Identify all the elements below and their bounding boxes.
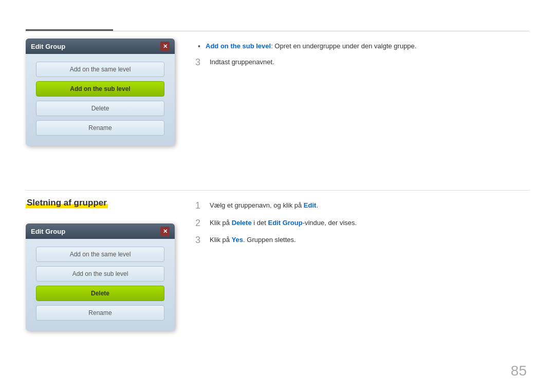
step3-top: 3 Indtast gruppenavnet. xyxy=(195,57,529,68)
dialog-body-top: Add on the same level Add on the sub lev… xyxy=(26,54,175,146)
bullet-symbol-top: • xyxy=(198,41,206,52)
delete-btn-bottom[interactable]: Delete xyxy=(36,286,164,301)
add-sub-level-btn-bottom[interactable]: Add on the sub level xyxy=(36,266,164,282)
add-same-level-btn-top[interactable]: Add on the same level xyxy=(36,62,164,77)
page-number: 85 xyxy=(511,363,527,379)
dialog-title-top: Edit Group xyxy=(31,43,65,50)
dialog-close-button-bottom[interactable]: ✕ xyxy=(160,227,170,236)
step2-text: Klik på Delete i det Edit Group-vindue, … xyxy=(210,218,357,228)
step3-post-bottom: . Gruppen slettes. xyxy=(243,236,296,244)
bullet-item-top: • Add on the sub level: Opret en undergr… xyxy=(195,41,529,52)
bottom-left: Sletning af grupper Edit Group ✕ Add on … xyxy=(26,198,175,331)
step2-number: 2 xyxy=(195,218,210,229)
dialog-close-button-top[interactable]: ✕ xyxy=(160,42,170,51)
step3-number-bottom: 3 xyxy=(195,235,210,246)
step3-number-top: 3 xyxy=(195,57,210,68)
step2-pre: Klik på xyxy=(210,219,232,227)
dialog-title-bottom: Edit Group xyxy=(31,228,65,235)
step3-link-bottom: Yes xyxy=(232,236,243,244)
top-divider-line xyxy=(26,31,529,31)
step3-text-bottom: Klik på Yes. Gruppen slettes. xyxy=(210,235,296,245)
dialog-titlebar-bottom: Edit Group ✕ xyxy=(26,223,175,239)
step1-number: 1 xyxy=(195,200,210,212)
mid-divider-line xyxy=(26,190,529,191)
section-heading: Sletning af grupper xyxy=(26,198,108,208)
add-sub-level-link: Add on the sub level xyxy=(206,42,271,50)
step3-pre-bottom: Klik på xyxy=(210,236,232,244)
delete-btn-top[interactable]: Delete xyxy=(36,101,164,116)
step2-link1: Delete xyxy=(232,219,252,227)
bullet-text-top: Add on the sub level: Opret en undergrup… xyxy=(206,41,416,51)
step3-text-top: Indtast gruppenavnet. xyxy=(210,57,274,67)
instructions-top: • Add on the sub level: Opret en undergr… xyxy=(195,39,529,74)
add-sub-level-btn-top[interactable]: Add on the sub level xyxy=(36,81,164,97)
step2-bottom: 2 Klik på Delete i det Edit Group-vindue… xyxy=(195,218,529,229)
step1-pre: Vælg et gruppenavn, og klik på xyxy=(210,201,304,209)
bottom-section: Sletning af grupper Edit Group ✕ Add on … xyxy=(26,198,529,331)
edit-group-dialog-bottom: Edit Group ✕ Add on the same level Add o… xyxy=(26,223,175,331)
step1-text: Vælg et gruppenavn, og klik på Edit. xyxy=(210,200,318,211)
section-heading-wrap: Sletning af grupper xyxy=(26,198,175,216)
instructions-bottom: 1 Vælg et gruppenavn, og klik på Edit. 2… xyxy=(195,198,529,252)
step3-bottom: 3 Klik på Yes. Gruppen slettes. xyxy=(195,235,529,246)
dialog-body-bottom: Add on the same level Add on the sub lev… xyxy=(26,239,175,331)
top-section: Edit Group ✕ Add on the same level Add o… xyxy=(26,39,529,146)
dialog-titlebar-top: Edit Group ✕ xyxy=(26,39,175,54)
bullet-rest-text: : Opret en undergruppe under den valgte … xyxy=(271,42,416,50)
rename-btn-bottom[interactable]: Rename xyxy=(36,305,164,321)
rename-btn-top[interactable]: Rename xyxy=(36,120,164,136)
step1-link: Edit xyxy=(304,201,317,209)
step1-post: . xyxy=(316,201,318,209)
step2-link2: Edit Group xyxy=(268,219,302,227)
step2-post: -vindue, der vises. xyxy=(303,219,357,227)
edit-group-dialog-top: Edit Group ✕ Add on the same level Add o… xyxy=(26,39,175,146)
add-same-level-btn-bottom[interactable]: Add on the same level xyxy=(36,247,164,262)
step2-mid: i det xyxy=(252,219,268,227)
step1-bottom: 1 Vælg et gruppenavn, og klik på Edit. xyxy=(195,200,529,212)
